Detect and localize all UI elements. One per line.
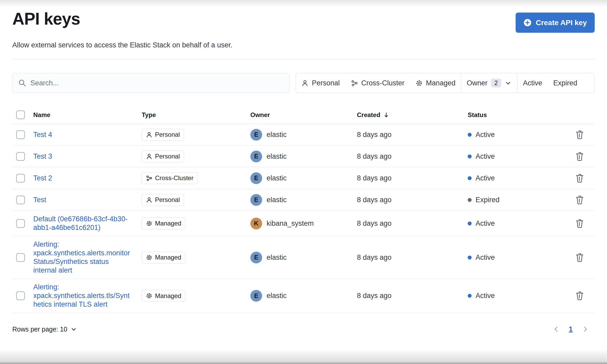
table-row: Test 4 Personal E elastic 8 days ago Act… (12, 124, 595, 146)
page-title: API keys (12, 9, 80, 29)
status-label: Active (476, 174, 495, 182)
filter-cross-cluster[interactable]: Cross-Cluster (345, 73, 410, 93)
row-checkbox[interactable] (16, 130, 25, 139)
chevron-down-icon (505, 80, 512, 87)
table-controls: Personal Cross-Cluster Managed Owner 2 (12, 73, 595, 93)
type-badge-icon (146, 197, 152, 203)
owner-name: elastic (267, 292, 287, 300)
type-badge-label: Personal (155, 196, 180, 203)
key-name-link[interactable]: Test 3 (33, 152, 52, 161)
owner-count-badge: 2 (491, 79, 501, 87)
filter-cross-cluster-label: Cross-Cluster (361, 79, 405, 87)
key-name-link[interactable]: Alerting: xpack.synthetics.alerts.monito… (33, 240, 131, 275)
type-badge: Managed (142, 290, 185, 302)
delete-key-button[interactable] (574, 252, 586, 263)
key-name-link[interactable]: Test (33, 196, 46, 204)
key-name-link[interactable]: Test 2 (33, 174, 52, 183)
page-subtitle: Allow external services to access the El… (12, 41, 595, 49)
owner-avatar: K (250, 218, 262, 229)
pagination: 1 (551, 324, 590, 334)
create-api-key-button[interactable]: Create API key (516, 13, 595, 33)
rows-per-page-selector[interactable]: Rows per page: 10 (12, 326, 77, 333)
type-badge: Personal (142, 129, 184, 141)
api-keys-page: API keys Create API key Allow external s… (0, 0, 607, 364)
owner-name: elastic (267, 152, 287, 161)
filter-owner-dropdown[interactable]: Owner 2 (461, 73, 517, 93)
status-label: Active (476, 219, 495, 228)
created-value: 8 days ago (357, 196, 468, 204)
page-header: API keys Create API key (12, 0, 595, 33)
next-page-button[interactable] (581, 324, 590, 334)
owner-name: elastic (267, 253, 287, 262)
delete-key-button[interactable] (574, 129, 586, 141)
trash-icon (575, 130, 584, 140)
person-icon (301, 80, 308, 87)
column-header-created[interactable]: Created (357, 111, 468, 119)
type-badge-icon (146, 293, 152, 299)
created-value: 8 days ago (357, 253, 468, 262)
search-box (12, 73, 289, 93)
type-badge-label: Personal (155, 153, 180, 160)
create-api-key-label: Create API key (536, 19, 587, 27)
created-value: 8 days ago (357, 131, 468, 139)
cluster-icon (351, 80, 358, 87)
trash-icon (575, 291, 584, 301)
owner-avatar: E (250, 290, 262, 302)
trash-icon (575, 253, 584, 262)
column-header-name: Name (31, 111, 142, 119)
owner-name: elastic (267, 196, 287, 204)
filter-expired-label: Expired (553, 79, 577, 87)
filter-personal[interactable]: Personal (296, 73, 345, 93)
delete-key-button[interactable] (574, 151, 586, 162)
chevron-left-icon (553, 326, 560, 333)
table-row: Alerting: xpack.synthetics.alerts.tls/Sy… (12, 279, 595, 313)
trash-icon (575, 173, 584, 183)
type-badge-icon (146, 131, 152, 138)
status-label: Active (476, 152, 495, 161)
filter-owner-label: Owner (467, 79, 488, 87)
filter-active[interactable]: Active (517, 73, 548, 93)
select-all-checkbox[interactable] (16, 111, 25, 119)
owner-avatar: E (250, 252, 262, 263)
created-value: 8 days ago (357, 174, 468, 182)
chevron-down-icon (70, 326, 77, 333)
type-badge: Managed (142, 218, 185, 229)
type-badge-icon (146, 254, 152, 261)
row-checkbox[interactable] (16, 219, 25, 228)
type-badge-label: Cross-Cluster (155, 174, 194, 182)
previous-page-button[interactable] (551, 324, 561, 334)
search-input[interactable] (30, 79, 283, 87)
type-badge-label: Managed (155, 220, 181, 227)
filter-managed[interactable]: Managed (410, 73, 461, 93)
delete-key-button[interactable] (574, 218, 586, 229)
table-row: Alerting: xpack.synthetics.alerts.monito… (12, 236, 595, 279)
key-name-link[interactable]: Alerting: xpack.synthetics.alerts.tls/Sy… (33, 283, 131, 309)
row-checkbox[interactable] (16, 253, 25, 262)
search-icon (18, 79, 26, 87)
type-badge-icon (146, 175, 152, 181)
status-dot (468, 222, 472, 225)
row-checkbox[interactable] (16, 291, 25, 300)
created-value: 8 days ago (357, 152, 468, 161)
filter-managed-label: Managed (426, 79, 456, 87)
type-badge-label: Managed (155, 292, 181, 300)
filter-group: Personal Cross-Cluster Managed Owner 2 (296, 73, 595, 93)
owner-name: kibana_system (267, 219, 314, 228)
status-label: Expired (476, 196, 500, 204)
table-body: Test 4 Personal E elastic 8 days ago Act… (12, 124, 595, 313)
row-checkbox[interactable] (16, 174, 25, 183)
status-dot (468, 256, 472, 260)
delete-key-button[interactable] (574, 290, 586, 302)
key-name-link[interactable]: Default (0e67686b-63cf-4b30-abb1-a46be61… (33, 215, 131, 232)
delete-key-button[interactable] (574, 172, 586, 184)
key-name-link[interactable]: Test 4 (33, 130, 52, 139)
owner-avatar: E (250, 194, 262, 206)
table-footer: Rows per page: 10 1 (12, 324, 595, 334)
filter-expired[interactable]: Expired (548, 73, 583, 93)
type-badge-icon (146, 220, 152, 227)
status-label: Active (476, 253, 495, 262)
row-checkbox[interactable] (16, 196, 25, 204)
delete-key-button[interactable] (574, 194, 586, 206)
page-number-1[interactable]: 1 (569, 325, 573, 333)
row-checkbox[interactable] (16, 152, 25, 161)
